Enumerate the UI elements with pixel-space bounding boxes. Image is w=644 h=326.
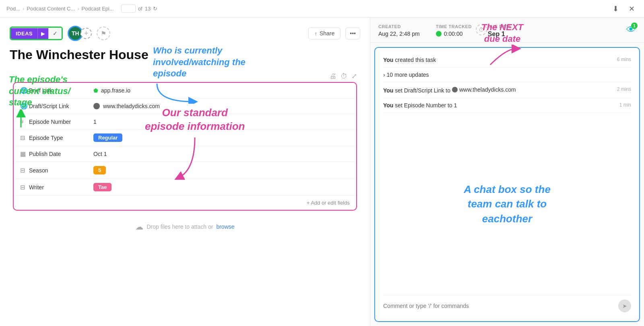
- field-label-publish-date: Publish Date: [29, 151, 93, 157]
- history-icon[interactable]: ⏱: [341, 72, 347, 80]
- status-check: ✓: [48, 28, 62, 39]
- eye-area: 👁 1: [626, 24, 636, 35]
- field-label-episode-number: Episode Number: [29, 119, 93, 125]
- right-header: CREATED Aug 22, 2:48 pm TIME TRACKED 0:0…: [370, 18, 644, 43]
- top-bar: Pod... › Podcast Content C... › Podcast …: [0, 0, 644, 18]
- meta-time-tracked: TIME TRACKED 0:00:00: [436, 24, 472, 37]
- left-panel: IDEAS ▶ ✓ TH + ⚑ ↑ Share •••: [0, 18, 370, 326]
- field-row-brief-link: 🌐 Brief Link ⬟ app.frase.io: [14, 83, 356, 98]
- page-count: 13 of 13 ↻: [121, 4, 157, 13]
- ladydicks-icon: [93, 103, 100, 109]
- field-icon-number: #: [20, 118, 29, 125]
- field-value-brief[interactable]: ⬟ app.frase.io: [93, 87, 350, 94]
- top-bar-actions: ⬇ ✕: [609, 3, 638, 15]
- activity-time-1: 6 mins: [617, 57, 631, 62]
- field-icon-type: ⊟: [20, 134, 29, 141]
- close-button[interactable]: ✕: [625, 3, 638, 15]
- drop-label: Drop files here to attach or: [147, 223, 213, 230]
- field-value-draft[interactable]: www.theladydicks.com: [93, 103, 350, 109]
- field-row-season: ⊟ Season 5: [14, 162, 356, 179]
- meta-due-date: ⏱ DUE DATE Sep 1: [488, 24, 512, 38]
- share-button[interactable]: ↑ Share: [308, 27, 341, 39]
- comment-input-row: ➤: [383, 295, 631, 316]
- breadcrumb-item-2[interactable]: Podcast Content C...: [27, 6, 75, 12]
- field-label-draft: Draft/Script Link: [29, 103, 93, 109]
- eye-badge: 1: [631, 23, 638, 29]
- created-value: Aug 22, 2:48 pm: [378, 31, 420, 37]
- meta-time-row: 0:00:00: [436, 31, 472, 37]
- field-icon-season: ⊟: [20, 167, 29, 174]
- status-button[interactable]: IDEAS ▶ ✓: [10, 27, 63, 40]
- activity-item-4: You set Episode Number to 1 1 min: [383, 98, 631, 113]
- avatar-group: TH +: [68, 26, 92, 41]
- share-label: Share: [320, 30, 334, 37]
- time-tracked-label: TIME TRACKED: [436, 24, 472, 29]
- field-row-publish-date: ▦ Publish Date Oct 1: [14, 146, 356, 162]
- timer-icon: ⏱: [476, 24, 487, 35]
- activity-item-1: You created this task 6 mins: [383, 53, 631, 68]
- field-icon-brief: 🌐: [20, 87, 29, 94]
- due-date-label: DUE DATE: [488, 24, 512, 29]
- ladydicks-icon-small: [452, 87, 458, 92]
- fields-box: 🌐 Brief Link ⬟ app.frase.io 🌐 Draft/Scri…: [13, 82, 357, 211]
- breadcrumb-sep-2: ›: [77, 6, 79, 12]
- activity-more[interactable]: › 10 more updates: [383, 72, 626, 78]
- episode-type-badge[interactable]: Regular: [93, 133, 122, 142]
- field-row-writer: ⊟ Writer Tae: [14, 179, 356, 196]
- drop-zone: ☁ Drop files here to attach or browse: [10, 214, 360, 240]
- breadcrumb-item-3[interactable]: Podcast Epi...: [82, 6, 114, 12]
- avatar-add-button[interactable]: +: [80, 28, 92, 39]
- meta-created: CREATED Aug 22, 2:48 pm: [378, 24, 420, 37]
- task-header-row: IDEAS ▶ ✓ TH + ⚑ ↑ Share •••: [10, 26, 360, 41]
- due-date-value[interactable]: Sep 1: [488, 31, 512, 38]
- field-label-episode-type: Episode Type: [29, 135, 93, 141]
- field-value-episode-type[interactable]: Regular: [93, 133, 350, 142]
- breadcrumb-item-1[interactable]: Pod...: [6, 6, 20, 12]
- page-total: 13: [145, 6, 151, 12]
- toolbar-row: 🖨 ⏱ ⤢: [10, 69, 360, 82]
- field-value-publish-date[interactable]: Oct 1: [93, 151, 350, 157]
- comment-send-button[interactable]: ➤: [618, 299, 631, 312]
- right-panel: CREATED Aug 22, 2:48 pm TIME TRACKED 0:0…: [370, 18, 644, 326]
- field-icon-writer: ⊟: [20, 184, 29, 191]
- cloud-upload-icon: ☁: [135, 222, 143, 232]
- refresh-icon[interactable]: ↻: [153, 6, 157, 12]
- comment-input[interactable]: [383, 303, 614, 309]
- browse-link[interactable]: browse: [216, 223, 234, 230]
- time-dot: [436, 31, 442, 37]
- share-icon: ↑: [314, 31, 317, 37]
- send-icon: ➤: [622, 303, 627, 309]
- status-arrow: ▶: [37, 28, 48, 39]
- download-button[interactable]: ⬇: [609, 3, 621, 15]
- status-label: IDEAS: [11, 28, 37, 39]
- frase-icon: ⬟: [93, 88, 98, 94]
- page-current-input[interactable]: 13: [121, 4, 136, 13]
- expand-icon[interactable]: ⤢: [351, 72, 357, 80]
- print-icon[interactable]: 🖨: [330, 72, 336, 80]
- add-fields-row[interactable]: + Add or edit fields: [14, 196, 356, 210]
- field-label-season: Season: [29, 167, 93, 174]
- activity-time-3: 2 mins: [617, 86, 631, 92]
- flag-button[interactable]: ⚑: [97, 27, 110, 40]
- activity-feed: You created this task 6 mins › 10 more u…: [374, 47, 640, 322]
- field-value-season[interactable]: 5: [93, 166, 350, 174]
- season-badge[interactable]: 5: [93, 166, 106, 174]
- more-button[interactable]: •••: [345, 27, 360, 39]
- activity-text-1: You created this task: [383, 57, 612, 63]
- main-layout: IDEAS ▶ ✓ TH + ⚑ ↑ Share •••: [0, 18, 644, 326]
- activity-text-3: You set Draft/Script Link to www.thelady…: [383, 86, 612, 94]
- field-value-writer[interactable]: Tae: [93, 183, 350, 191]
- field-icon-publish: ▦: [20, 150, 29, 158]
- task-title: The Winchester House: [10, 47, 360, 62]
- field-value-episode-number[interactable]: 1: [93, 119, 350, 125]
- activity-item-2: › 10 more updates: [383, 68, 631, 82]
- chat-annotation-area: A chat box so theteam can talk toeachoth…: [383, 113, 631, 295]
- writer-badge[interactable]: Tae: [93, 183, 111, 191]
- field-label-brief: Brief Link: [29, 87, 93, 94]
- field-row-episode-type: ⊟ Episode Type Regular: [14, 129, 356, 146]
- breadcrumb-sep-1: ›: [23, 6, 24, 12]
- activity-text-4: You set Episode Number to 1: [383, 102, 615, 109]
- field-row-draft-link: 🌐 Draft/Script Link www.theladydicks.com: [14, 98, 356, 114]
- created-label: CREATED: [378, 24, 420, 29]
- chat-annotation-text: A chat box so theteam can talk toeachoth…: [464, 182, 551, 226]
